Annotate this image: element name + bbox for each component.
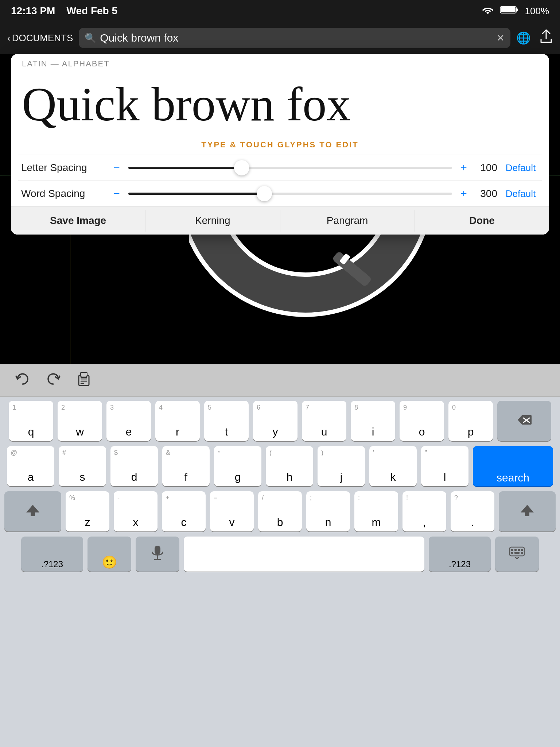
key-e[interactable]: 3e [106, 401, 151, 441]
key-f[interactable]: &f [162, 446, 210, 486]
key-b[interactable]: /b [258, 491, 302, 531]
keyboard: 1q 2w 3e 4r 5t 6y 7u 8i 9o 0p [0, 397, 560, 747]
kerning-button[interactable]: Kerning [145, 207, 280, 235]
svg-rect-17 [155, 546, 160, 554]
mic-icon [151, 545, 164, 561]
paste-button[interactable] [76, 371, 92, 390]
keyboard-row-1: 1q 2w 3e 4r 5t 6y 7u 8i 9o 0p [0, 398, 560, 444]
key-h[interactable]: (h [266, 446, 313, 486]
panel-breadcrumb: LATIN — ALPHABET [11, 54, 549, 69]
letter-spacing-track [128, 167, 452, 169]
word-spacing-plus[interactable]: + [457, 187, 470, 200]
svg-rect-20 [510, 547, 524, 556]
key-m[interactable]: :m [354, 491, 398, 531]
key-p[interactable]: 0p [448, 401, 493, 441]
svg-rect-11 [81, 372, 87, 376]
key-u[interactable]: 7u [302, 401, 346, 441]
word-spacing-row: Word Spacing − + 300 Default [11, 181, 549, 206]
key-a[interactable]: @a [7, 446, 54, 486]
spacebar-key[interactable] [184, 537, 424, 572]
letter-spacing-minus[interactable]: − [110, 162, 123, 174]
back-button[interactable]: ‹ DOCUMENTS [7, 32, 73, 44]
key-j[interactable]: )j [318, 446, 365, 486]
word-spacing-track [128, 193, 452, 195]
key-r[interactable]: 4r [155, 401, 200, 441]
svg-rect-26 [514, 552, 520, 554]
save-image-button[interactable]: Save Image [11, 207, 145, 235]
mic-key[interactable] [136, 537, 179, 572]
emoji-key[interactable]: 🙂 [88, 537, 131, 572]
svg-rect-21 [511, 549, 513, 551]
search-key[interactable]: search [473, 446, 553, 486]
back-label: DOCUMENTS [12, 32, 73, 44]
svg-rect-2 [501, 7, 516, 12]
letter-spacing-default[interactable]: Default [502, 162, 539, 174]
nav-icons: 🌐 [516, 29, 553, 47]
delete-key[interactable] [497, 401, 551, 441]
key-v[interactable]: =v [210, 491, 254, 531]
key-o[interactable]: 9o [400, 401, 444, 441]
word-spacing-thumb[interactable] [257, 186, 272, 201]
status-time: 12:13 PM Wed Feb 5 [11, 5, 117, 17]
word-spacing-minus[interactable]: − [110, 187, 123, 200]
keyboard-bottom-row: .?123 🙂 .?123 [0, 534, 560, 574]
undo-button[interactable] [15, 372, 31, 390]
key-g[interactable]: *g [214, 446, 261, 486]
letter-spacing-thumb[interactable] [234, 160, 249, 175]
letter-spacing-fill [128, 167, 242, 169]
date-display: Wed Feb 5 [67, 5, 118, 16]
globe-button[interactable]: 🌐 [516, 31, 531, 45]
word-spacing-fill [128, 193, 264, 195]
time-display: 12:13 PM [11, 5, 55, 16]
key-d[interactable]: $d [110, 446, 158, 486]
key-l[interactable]: "l [421, 446, 468, 486]
key-x[interactable]: -x [114, 491, 158, 531]
panel-subtitle: TYPE & TOUCH GLYPHS TO EDIT [11, 138, 549, 155]
undo-icon [15, 372, 31, 386]
svg-rect-27 [521, 552, 523, 554]
key-s[interactable]: #s [59, 446, 106, 486]
key-c[interactable]: +c [162, 491, 206, 531]
shift-right-key[interactable] [499, 491, 556, 531]
panel-bottom-bar: Save Image Kerning Pangram Done [11, 206, 549, 235]
key-period[interactable]: ?. [451, 491, 494, 531]
nav-bar: ‹ DOCUMENTS 🔍 ✕ 🌐 [0, 22, 560, 54]
floating-panel: LATIN — ALPHABET Quick brown fox TYPE & … [11, 54, 549, 235]
clear-button[interactable]: ✕ [497, 32, 505, 44]
svg-rect-25 [511, 552, 513, 554]
done-button[interactable]: Done [415, 207, 549, 235]
svg-rect-22 [514, 549, 517, 551]
key-z[interactable]: %z [66, 491, 109, 531]
keyboard-row-2: @a #s $d &f *g (h )j 'k "l search [0, 444, 560, 489]
toolbar [0, 364, 560, 397]
letter-spacing-row: Letter Spacing − + 100 Default [11, 155, 549, 181]
svg-rect-9 [79, 375, 89, 386]
wifi-icon [482, 5, 494, 17]
letter-spacing-plus[interactable]: + [457, 162, 470, 174]
status-indicators: 100% [482, 5, 549, 17]
word-spacing-value: 300 [475, 188, 497, 200]
keyboard-dismiss-key[interactable] [495, 537, 539, 572]
pangram-button[interactable]: Pangram [280, 207, 415, 235]
word-spacing-default[interactable]: Default [502, 188, 539, 200]
key-y[interactable]: 6y [253, 401, 298, 441]
share-button[interactable] [540, 29, 553, 47]
preview-text[interactable]: Quick brown fox [22, 79, 351, 130]
numbers-key-left[interactable]: .?123 [21, 537, 83, 572]
keyboard-row-3: %z -x +c =v /b ;n :m !, ?. [0, 489, 560, 534]
letter-spacing-value: 100 [475, 162, 497, 174]
key-w[interactable]: 2w [58, 401, 102, 441]
key-n[interactable]: ;n [306, 491, 350, 531]
search-bar: 🔍 ✕ [79, 28, 510, 48]
redo-button[interactable] [45, 372, 61, 390]
key-i[interactable]: 8i [351, 401, 395, 441]
numbers-key-right[interactable]: .?123 [429, 537, 491, 572]
key-k[interactable]: 'k [369, 446, 417, 486]
word-spacing-label: Word Spacing [21, 188, 105, 200]
search-input[interactable] [100, 32, 493, 44]
shift-key[interactable] [4, 491, 61, 531]
key-t[interactable]: 5t [204, 401, 249, 441]
key-comma[interactable]: !, [402, 491, 446, 531]
letter-spacing-label: Letter Spacing [21, 162, 105, 174]
key-q[interactable]: 1q [9, 401, 53, 441]
